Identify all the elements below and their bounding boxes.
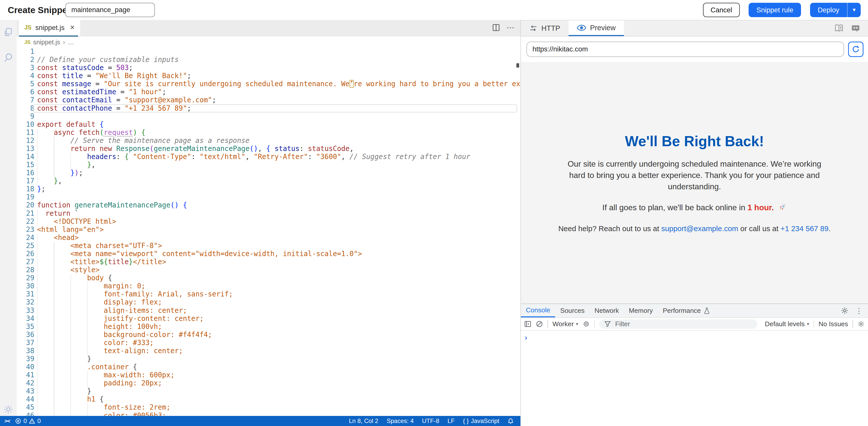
code-line[interactable]: 16 }); — [17, 169, 520, 177]
encoding[interactable]: UTF-8 — [422, 418, 439, 425]
code-line[interactable]: 31 font-family: Arial, sans-serif; — [17, 290, 520, 298]
more-actions-icon[interactable]: ⋯ — [506, 23, 515, 32]
cursor-position[interactable]: Ln 8, Col 2 — [349, 418, 378, 425]
code-line[interactable]: 20function generateMaintenancePage() { — [17, 201, 520, 209]
preview-url-input[interactable] — [526, 41, 844, 57]
code-line[interactable]: 25 <meta charset="UTF-8"> — [17, 242, 520, 250]
code-line[interactable]: 15 }, — [17, 161, 520, 169]
code-line[interactable]: 34 justify-content: center; — [17, 315, 520, 323]
language-mode[interactable]: { } JavaScript — [463, 418, 499, 425]
code-line[interactable]: 45 font-size: 2rem; — [17, 403, 520, 411]
code-line[interactable]: 41 max-width: 600px; — [17, 371, 520, 379]
code-line[interactable]: 12 // Serve the maintenance page as a re… — [17, 137, 520, 145]
code-line[interactable]: 18}; — [17, 185, 520, 193]
code-line[interactable]: 42 padding: 20px; — [17, 379, 520, 387]
code-line[interactable]: 8const contactPhone = "+1 234 567 89"; — [17, 104, 520, 112]
code-line[interactable]: 6const estimatedTime = "1 hour"; — [17, 88, 520, 96]
breadcrumb[interactable]: JS snippet.js › … — [17, 36, 520, 48]
code-line[interactable]: 7const contactEmail = "support@example.c… — [17, 96, 520, 104]
kebab-menu-icon[interactable]: ⋮ — [855, 307, 863, 315]
deploy-button[interactable]: Deploy — [810, 3, 847, 17]
code-line[interactable]: 43 } — [17, 387, 520, 395]
indentation[interactable]: Spaces: 4 — [386, 418, 413, 425]
deploy-dropdown-button[interactable]: ▼ — [847, 3, 861, 17]
code-line[interactable]: 46 color: #0056b3; — [17, 411, 520, 416]
line-content: <title>${title}</title> — [37, 258, 520, 266]
tab-performance[interactable]: Performance — [658, 304, 715, 317]
problems-indicator[interactable]: 0 0 — [15, 418, 41, 425]
code-line[interactable]: 19 — [17, 193, 520, 201]
close-icon[interactable]: × — [70, 24, 74, 31]
files-icon[interactable] — [3, 26, 14, 37]
tab-snippet-js[interactable]: JS snippet.js × — [19, 20, 80, 35]
line-content — [37, 193, 520, 201]
tab-console[interactable]: Console — [521, 304, 555, 317]
eol-sequence[interactable]: LF — [447, 418, 455, 425]
docs-book-icon[interactable] — [834, 24, 843, 33]
settings-gear-icon[interactable] — [3, 404, 14, 415]
console-settings-gear-icon[interactable] — [858, 320, 865, 328]
notifications-bell-icon[interactable] — [507, 418, 514, 424]
log-levels-dropdown[interactable]: Default levels ▾ — [765, 320, 809, 328]
tab-http[interactable]: HTTP — [521, 21, 568, 36]
tab-memory[interactable]: Memory — [624, 304, 658, 317]
status-bar-left: >< 0 0 — [0, 418, 41, 425]
snippet-rule-button[interactable]: Snippet rule — [749, 3, 801, 17]
console-filter[interactable] — [599, 319, 757, 329]
pane-divider[interactable] — [520, 20, 521, 426]
code-line[interactable]: 4const title = "We'll Be Right Back!"; — [17, 72, 520, 80]
devtools-settings-gear-icon[interactable] — [841, 307, 848, 315]
discord-icon[interactable] — [851, 24, 860, 33]
code-line[interactable]: 39 } — [17, 355, 520, 363]
code-line[interactable]: 32 display: flex; — [17, 298, 520, 306]
code-line[interactable]: 36 background-color: #f4f4f4; — [17, 331, 520, 339]
filter-input[interactable] — [614, 320, 752, 329]
refresh-button[interactable] — [848, 41, 864, 57]
cancel-button[interactable]: Cancel — [703, 3, 740, 17]
code-line[interactable]: 14 headers: { "Content-Type": "text/html… — [17, 153, 520, 161]
code-line[interactable]: 5const message = "Our site is currently … — [17, 80, 520, 88]
breadcrumb-symbol: … — [68, 38, 74, 46]
code-line[interactable]: 30 margin: 0; — [17, 282, 520, 290]
code-line[interactable]: 37 color: #333; — [17, 339, 520, 347]
javascript-file-icon: JS — [25, 39, 30, 45]
email-link[interactable]: support@example.com — [661, 224, 738, 233]
remote-indicator-icon[interactable]: >< — [4, 418, 10, 424]
console-sidebar-icon[interactable] — [524, 320, 531, 328]
code-line[interactable]: 22 <!DOCTYPE html> — [17, 218, 520, 226]
code-line[interactable]: 9 — [17, 112, 520, 120]
live-expression-eye-icon[interactable] — [583, 320, 590, 328]
tab-network[interactable]: Network — [590, 304, 624, 317]
phone-link[interactable]: +1 234 567 89 — [781, 224, 829, 233]
tab-sources[interactable]: Sources — [555, 304, 589, 317]
code-line[interactable]: 24 <head> — [17, 234, 520, 242]
code-line[interactable]: 33 align-items: center; — [17, 307, 520, 315]
code-line[interactable]: 23<html lang="en"> — [17, 226, 520, 234]
code-line[interactable]: 1 — [17, 48, 520, 56]
code-line[interactable]: 17 }, — [17, 177, 520, 185]
code-line[interactable]: 38 text-align: center; — [17, 347, 520, 355]
code-line[interactable]: 3const statusCode = 503; — [17, 64, 520, 72]
context-selector[interactable]: Worker ▾ — [552, 320, 578, 328]
code-line[interactable]: 35 height: 100vh; — [17, 323, 520, 331]
code-editor[interactable]: 12// Define your customizable inputs3con… — [17, 48, 520, 416]
split-editor-icon[interactable] — [492, 24, 500, 31]
clear-console-icon[interactable] — [536, 320, 543, 328]
code-line[interactable]: 2// Define your customizable inputs — [17, 56, 520, 64]
search-icon[interactable] — [3, 52, 14, 63]
code-line[interactable]: 29 body { — [17, 274, 520, 282]
code-line[interactable]: 13 return new Response(generateMaintenan… — [17, 145, 520, 153]
issues-counter[interactable]: No Issues — [818, 320, 848, 328]
line-number: 41 — [17, 371, 34, 379]
code-line[interactable]: 40 .container { — [17, 363, 520, 371]
snippet-name-input[interactable] — [65, 3, 155, 17]
code-line[interactable]: 44 h1 { — [17, 395, 520, 403]
tab-preview[interactable]: Preview — [568, 21, 624, 36]
code-line[interactable]: 11 async fetch(request) { — [17, 129, 520, 137]
code-line[interactable]: 27 <title>${title}</title> — [17, 258, 520, 266]
code-line[interactable]: 10export default { — [17, 120, 520, 129]
code-line[interactable]: 21 return ` — [17, 209, 520, 218]
code-line[interactable]: 28 <style> — [17, 266, 520, 274]
console-output[interactable]: › — [521, 331, 868, 426]
code-line[interactable]: 26 <meta name="viewport" content="width=… — [17, 250, 520, 258]
